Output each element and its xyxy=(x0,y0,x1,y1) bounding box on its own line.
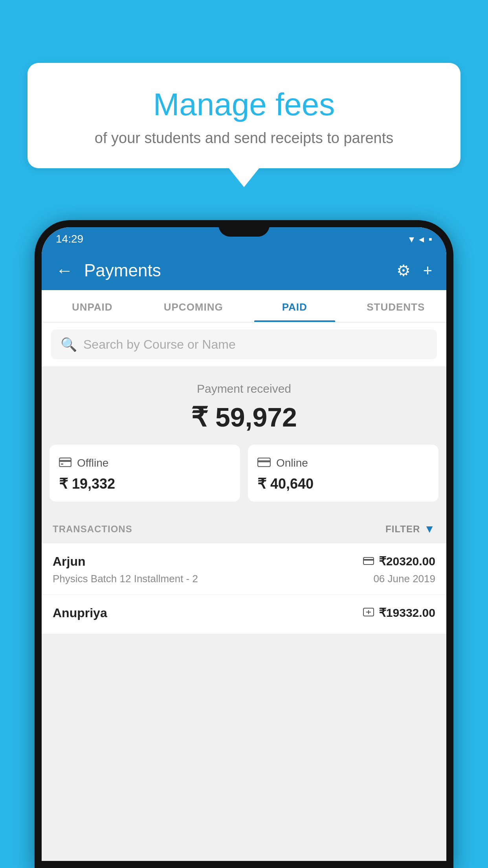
online-card: Online ₹ 40,640 xyxy=(248,445,438,502)
transaction-row-top: Anupriya ₹19332.00 xyxy=(53,606,435,620)
offline-card-header: Offline xyxy=(59,456,231,470)
battery-icon: ▪ xyxy=(429,233,432,245)
phone-screen: 14:29 ▾ ◂ ▪ ← Payments ⚙ + UNPAID UPCOMI… xyxy=(42,227,446,861)
phone-notch xyxy=(218,220,270,237)
filter-label: FILTER xyxy=(385,524,420,535)
table-row[interactable]: Arjun ₹20320.00 Physics xyxy=(42,543,446,595)
status-icons: ▾ ◂ ▪ xyxy=(409,233,432,245)
transaction-amount: ₹19332.00 xyxy=(379,606,435,620)
table-row[interactable]: Anupriya ₹19332.00 xyxy=(42,595,446,634)
app-bar: ← Payments ⚙ + xyxy=(42,251,446,290)
transaction-row-bottom: Physics Batch 12 Installment - 2 06 June… xyxy=(53,573,435,585)
transaction-amount-wrap: ₹20320.00 xyxy=(363,554,435,568)
payment-summary: Payment received ₹ 59,972 xyxy=(42,366,446,445)
filter-button[interactable]: FILTER ▼ xyxy=(385,523,435,535)
page-title: Payments xyxy=(84,261,396,280)
online-icon xyxy=(257,456,271,470)
offline-label: Offline xyxy=(77,457,108,469)
app-bar-actions: ⚙ + xyxy=(396,261,432,280)
bubble-subtitle: of your students and send receipts to pa… xyxy=(47,130,441,147)
settings-button[interactable]: ⚙ xyxy=(396,261,411,280)
speech-bubble: Manage fees of your students and send re… xyxy=(28,63,460,168)
back-button[interactable]: ← xyxy=(56,261,73,280)
content-area: 🔍 Search by Course or Name Payment recei… xyxy=(42,322,446,861)
tab-upcoming[interactable]: UPCOMING xyxy=(143,290,244,322)
offline-amount: ₹ 19,332 xyxy=(59,476,231,492)
payment-received-label: Payment received xyxy=(51,382,437,395)
online-payment-icon xyxy=(363,555,374,568)
bubble-title: Manage fees xyxy=(47,86,441,123)
tabs: UNPAID UPCOMING PAID STUDENTS xyxy=(42,290,446,322)
transaction-name: Anupriya xyxy=(53,606,107,620)
online-card-header: Online xyxy=(257,456,429,470)
svg-rect-4 xyxy=(258,460,270,462)
tab-paid[interactable]: PAID xyxy=(244,290,345,322)
transactions-header: TRANSACTIONS FILTER ▼ xyxy=(42,513,446,543)
svg-rect-6 xyxy=(363,559,374,561)
transaction-course: Physics Batch 12 Installment - 2 xyxy=(53,573,198,585)
phone-mockup: 14:29 ▾ ◂ ▪ ← Payments ⚙ + UNPAID UPCOMI… xyxy=(35,220,453,868)
wifi-icon: ▾ xyxy=(409,233,414,245)
svg-rect-5 xyxy=(363,557,374,565)
search-input-wrap[interactable]: 🔍 Search by Course or Name xyxy=(51,329,437,359)
search-bar-container[interactable]: 🔍 Search by Course or Name xyxy=(42,322,446,366)
svg-rect-2 xyxy=(61,463,63,465)
add-button[interactable]: + xyxy=(423,262,432,280)
transaction-amount: ₹20320.00 xyxy=(379,554,435,568)
online-label: Online xyxy=(276,457,308,469)
svg-rect-0 xyxy=(59,458,71,467)
online-amount: ₹ 40,640 xyxy=(257,476,429,492)
transactions-label: TRANSACTIONS xyxy=(53,524,132,535)
transaction-name: Arjun xyxy=(53,554,86,569)
tab-students[interactable]: STUDENTS xyxy=(345,290,447,322)
search-icon: 🔍 xyxy=(61,337,77,352)
transaction-row-top: Arjun ₹20320.00 xyxy=(53,554,435,569)
tab-unpaid[interactable]: UNPAID xyxy=(42,290,143,322)
payment-total-amount: ₹ 59,972 xyxy=(51,402,437,433)
transaction-amount-wrap: ₹19332.00 xyxy=(363,606,435,620)
search-placeholder: Search by Course or Name xyxy=(83,337,236,352)
signal-icon: ◂ xyxy=(419,233,424,245)
svg-rect-1 xyxy=(59,460,71,462)
transaction-date: 06 June 2019 xyxy=(373,573,435,585)
offline-card: Offline ₹ 19,332 xyxy=(50,445,240,502)
payment-cards: Offline ₹ 19,332 Online ₹ 4 xyxy=(42,445,446,513)
offline-icon xyxy=(59,456,72,470)
filter-icon: ▼ xyxy=(424,523,435,535)
offline-payment-icon xyxy=(363,607,374,619)
status-time: 14:29 xyxy=(56,233,83,245)
transaction-list: Arjun ₹20320.00 Physics xyxy=(42,543,446,634)
